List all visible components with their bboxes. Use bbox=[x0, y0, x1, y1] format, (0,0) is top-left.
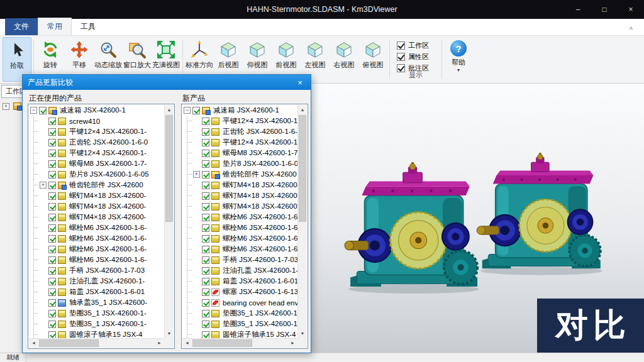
tree-item[interactable]: 螺钉M4×18 JSX-42600- bbox=[182, 201, 297, 212]
tree-item[interactable]: 箱盖 JSX-42600-1-6-012 bbox=[182, 276, 297, 287]
checkbox-checked-icon[interactable] bbox=[48, 246, 56, 253]
checkbox-checked-icon[interactable] bbox=[202, 182, 209, 189]
workspace-checkbox-row[interactable]: 工作区 bbox=[397, 40, 435, 51]
horizontal-scrollbar[interactable]: ◄ ► bbox=[29, 338, 164, 348]
checkbox-checked-icon[interactable] bbox=[48, 203, 56, 211]
tree-item[interactable]: 螺钉M4×18 JSX-42600- bbox=[29, 201, 164, 212]
tree-item[interactable]: 平键12×4 JSX-42600-1- bbox=[29, 126, 164, 137]
checkbox-checked-icon[interactable] bbox=[202, 192, 209, 200]
checkbox-checked-icon[interactable] bbox=[202, 288, 209, 296]
tree-item[interactable]: 注油孔盖 JSX-42600-1- bbox=[29, 276, 164, 287]
close-button[interactable]: × bbox=[618, 0, 644, 19]
checkbox-checked-icon[interactable] bbox=[48, 256, 56, 264]
tree-item[interactable]: 螺母M8 JSX-42600-1-7- bbox=[29, 158, 164, 169]
tree-item[interactable]: 螺钉M4×18 JSX-42600- bbox=[29, 212, 164, 222]
checkbox-checked-icon[interactable] bbox=[202, 118, 209, 125]
help-button[interactable]: ? 帮助 ▾ bbox=[444, 37, 473, 82]
tree-item[interactable]: 螺栓M6 JSX-42600-1-6- bbox=[29, 255, 164, 265]
tree-item[interactable]: 轴承盖35_1 JSX-42600- bbox=[29, 297, 164, 308]
tree-item[interactable]: 手柄 JSX-42600-1-7-03 bbox=[182, 255, 297, 265]
checkbox-checked-icon[interactable] bbox=[48, 171, 56, 178]
checkbox-checked-icon[interactable] bbox=[48, 150, 56, 157]
checkbox-checked-icon[interactable] bbox=[397, 41, 405, 50]
tree-item[interactable]: 螺塞 JSX-42600-1-6-13 bbox=[182, 287, 297, 297]
checkbox-checked-icon[interactable] bbox=[202, 235, 209, 243]
tree-item[interactable]: 平键12×4 JSX-42600-1- bbox=[29, 148, 164, 158]
checkbox-checked-icon[interactable] bbox=[48, 331, 56, 339]
tree-item[interactable]: 螺栓M6 JSX-42600-1-6- bbox=[182, 212, 297, 222]
checkbox-checked-icon[interactable] bbox=[48, 192, 56, 200]
properties-checkbox-row[interactable]: 属性区 bbox=[397, 51, 435, 62]
dialog-close-icon[interactable]: × bbox=[294, 78, 306, 87]
scrollbar-thumb[interactable] bbox=[39, 339, 99, 347]
scroll-up-icon[interactable]: ▲ bbox=[165, 105, 174, 114]
checkbox-checked-icon[interactable] bbox=[48, 118, 56, 125]
checkbox-checked-icon[interactable] bbox=[202, 299, 209, 307]
ribbon-collapse-icon[interactable]: ^ bbox=[626, 24, 636, 35]
tree-item[interactable]: bearing cover head enve bbox=[182, 297, 297, 308]
checkbox-checked-icon[interactable] bbox=[48, 278, 56, 285]
checkbox-checked-icon[interactable] bbox=[397, 53, 405, 61]
tree-item[interactable]: 螺钉M4×18 JSX-42600- bbox=[29, 190, 164, 201]
checkbox-checked-icon[interactable] bbox=[48, 214, 56, 221]
right-view-button[interactable]: 右视图 bbox=[330, 37, 358, 82]
checkbox-checked-icon[interactable] bbox=[48, 182, 56, 189]
checkbox-checked-icon[interactable] bbox=[202, 310, 209, 317]
tree-item[interactable]: 垫圈35_1 JSX-42600-1- bbox=[29, 308, 164, 319]
checkbox-checked-icon[interactable] bbox=[48, 310, 56, 317]
tree-item[interactable]: 圆锥滚子轴承15 JSX-4 bbox=[29, 329, 164, 338]
scroll-down-icon[interactable]: ▼ bbox=[165, 329, 174, 338]
top-view-button[interactable]: 俯视图 bbox=[358, 37, 387, 82]
horizontal-scrollbar[interactable]: ◄ ► bbox=[182, 338, 297, 348]
checkbox-checked-icon[interactable] bbox=[48, 224, 56, 232]
checkbox-checked-icon[interactable] bbox=[192, 107, 200, 114]
expander-icon[interactable]: − bbox=[184, 107, 191, 114]
checkbox-checked-icon[interactable] bbox=[202, 171, 209, 178]
checkbox-checked-icon[interactable] bbox=[39, 107, 47, 114]
checkbox-checked-icon[interactable] bbox=[202, 267, 209, 275]
tree-item[interactable]: 垫圈35_1 JSX-42600-1- bbox=[182, 308, 297, 319]
scroll-right-icon[interactable]: ► bbox=[288, 339, 297, 348]
tree-item[interactable]: 螺栓M6 JSX-42600-1-6- bbox=[29, 222, 164, 233]
tree-item[interactable]: + 锥齿轮部件 JSX-42600 bbox=[29, 180, 164, 190]
tree-item[interactable]: 螺钉M4×18 JSX-42600- bbox=[182, 180, 297, 190]
checkbox-checked-icon[interactable] bbox=[202, 160, 209, 168]
scroll-right-icon[interactable]: ► bbox=[155, 339, 164, 348]
tree-item[interactable]: 螺钉M4×18 JSX-42600- bbox=[182, 190, 297, 201]
tree-item[interactable]: 螺栓M6 JSX-42600-1-6- bbox=[182, 233, 297, 244]
tree-item[interactable]: 注油孔盖 JSX-42600-1- bbox=[182, 265, 297, 276]
scroll-up-icon[interactable]: ▲ bbox=[298, 105, 307, 114]
maximize-button[interactable]: □ bbox=[591, 0, 618, 19]
tree-item[interactable]: + 锥齿轮部件 JSX-42600 bbox=[182, 169, 297, 180]
checkbox-checked-icon[interactable] bbox=[202, 139, 209, 146]
tree-item[interactable]: 平键12×4 JSX-42600-1- bbox=[182, 116, 297, 126]
dialog-titlebar[interactable]: 产品更新比较 × bbox=[23, 75, 311, 90]
scroll-left-icon[interactable]: ◄ bbox=[29, 339, 38, 348]
checkbox-checked-icon[interactable] bbox=[48, 299, 56, 307]
tree-item[interactable]: 螺栓M6 JSX-42600-1-6- bbox=[182, 222, 297, 233]
checkbox-checked-icon[interactable] bbox=[202, 331, 209, 339]
expander-icon[interactable]: + bbox=[40, 182, 47, 189]
scroll-left-icon[interactable]: ◄ bbox=[182, 339, 192, 348]
scroll-down-icon[interactable]: ▼ bbox=[298, 329, 307, 338]
tab-file[interactable]: 文件 bbox=[5, 18, 38, 35]
tree-item[interactable]: 箱盖 JSX-42600-1-6-01 bbox=[29, 287, 164, 297]
tree-item[interactable]: 平键12×4 JSX-42600-1- bbox=[182, 137, 297, 148]
tree-item[interactable]: 螺栓M6 JSX-42600-1-6- bbox=[29, 233, 164, 244]
tree-item[interactable]: 螺栓M6 JSX-42600-1-6- bbox=[182, 244, 297, 255]
vertical-scrollbar[interactable]: ▲ ▼ bbox=[297, 105, 307, 338]
checkbox-checked-icon[interactable] bbox=[202, 214, 209, 221]
checkbox-checked-icon[interactable] bbox=[48, 267, 56, 275]
tree-item[interactable]: screw410 bbox=[29, 116, 164, 126]
expander-icon[interactable]: + bbox=[193, 171, 200, 178]
expander-icon[interactable]: − bbox=[30, 107, 37, 114]
tree-item[interactable]: 垫片8 JSX-42600-1-6-05 bbox=[182, 158, 297, 169]
tab-home[interactable]: 常用 bbox=[38, 18, 72, 35]
checkbox-checked-icon[interactable] bbox=[48, 160, 56, 168]
tree-root[interactable]: − 减速箱 JSX-42600-1 bbox=[182, 105, 297, 116]
workspace-tree-node[interactable]: + bbox=[3, 102, 24, 110]
tree-item[interactable]: 螺母M8 JSX-42600-1-7- bbox=[182, 148, 297, 158]
minimize-button[interactable]: – bbox=[565, 0, 591, 19]
scrollbar-thumb[interactable] bbox=[192, 339, 252, 347]
tree-item[interactable]: 螺栓M6 JSX-42600-1-6- bbox=[29, 244, 164, 255]
